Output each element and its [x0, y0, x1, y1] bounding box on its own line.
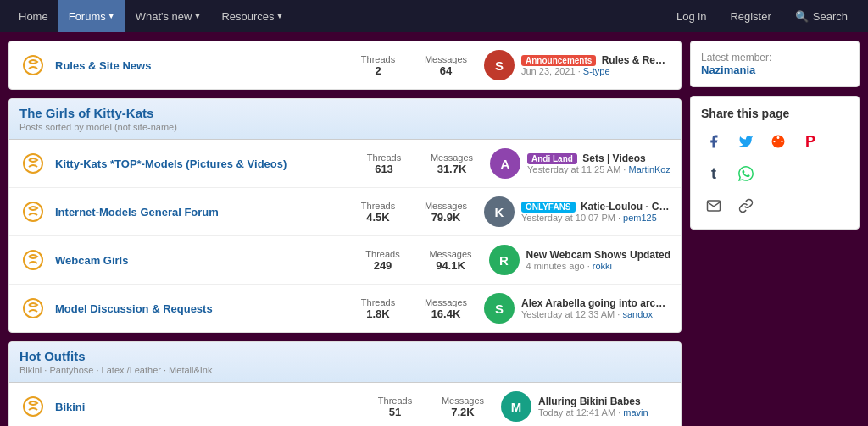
reddit-share-icon[interactable] — [765, 129, 791, 154]
tag-onlyfans: ONLYFANS — [521, 202, 576, 213]
hot-outfits-header: Hot Outfits Bikini · Pantyhose · Latex /… — [9, 342, 681, 383]
latest-info-bikini: Alluring Bikini Babes Today at 12:41 AM … — [538, 396, 670, 418]
hot-outfits-section: Hot Outfits Bikini · Pantyhose · Latex /… — [8, 341, 682, 426]
resources-dropdown-arrow: ▼ — [276, 12, 284, 20]
sidebar: Latest member: Nazimania Share this page… — [690, 41, 860, 426]
kitty-kats-section: The Girls of Kitty-Kats Posts sorted by … — [8, 98, 682, 333]
tag-announcements: Announcements — [521, 55, 596, 66]
latest-member-widget: Latest member: Nazimania — [690, 41, 860, 87]
pinterest-share-icon[interactable]: P — [798, 129, 823, 154]
avatar-kitty-top: A — [490, 148, 520, 179]
latest-info-kitty-top: Andi Land Sets | Videos Yesterday at 11:… — [527, 152, 670, 174]
avatar-rules: S — [484, 50, 515, 80]
forum-stats-kitty-top-threads: Threads 613 — [354, 152, 414, 175]
forum-stats-model-threads: Threads 1.8K — [348, 297, 408, 320]
svg-point-3 — [24, 251, 42, 269]
latest-info-webcam-girls: New Webcam Shows Updated 4 minutes ago ·… — [526, 249, 670, 271]
forum-row-bikini: Bikini Threads 51 Messages 7.2K M Alluri… — [9, 383, 681, 426]
forum-icon-internet-models — [19, 198, 47, 225]
forum-name-rules[interactable]: Rules & Site News — [55, 59, 340, 72]
latest-info-model-discussion: Alex Arabella going into archive ... Yes… — [521, 297, 670, 319]
share-icons-row2 — [701, 193, 849, 219]
forum-latest-model-discussion: S Alex Arabella going into archive ... Y… — [484, 293, 670, 324]
forum-name-kitty-top[interactable]: Kitty-Kats *TOP*-Models (Pictures & Vide… — [55, 158, 346, 170]
rules-section: Rules & Site News Threads 2 Messages 64 … — [8, 41, 682, 90]
share-title: Share this page — [701, 107, 849, 120]
forum-stats-kitty-top-messages: Messages 31.7K — [422, 152, 481, 175]
nav-forums[interactable]: Forums ▼ — [58, 0, 125, 32]
latest-info-rules: Announcements Rules & Recomme... Jun 23,… — [521, 54, 670, 76]
kitty-kats-subtitle: Posts sorted by model (not site-name) — [19, 122, 670, 132]
svg-point-1 — [24, 154, 42, 173]
svg-point-2 — [24, 202, 42, 221]
forum-icon-kitty-top — [19, 150, 47, 177]
forum-icon-webcam-girls — [19, 246, 47, 274]
forum-row-webcam-girls: Webcam Girls Threads 249 Messages 94.1K … — [9, 236, 681, 285]
forums-dropdown-arrow: ▼ — [108, 12, 115, 20]
forum-stats-webcam-messages: Messages 94.1K — [421, 249, 481, 272]
content-area: Rules & Site News Threads 2 Messages 64 … — [8, 41, 682, 426]
forum-stats-bikini-threads: Threads 51 — [365, 396, 425, 418]
svg-point-5 — [24, 397, 42, 416]
forum-stats-rules-messages: Messages 64 — [416, 54, 476, 77]
tag-andi-land: Andi Land — [527, 153, 577, 164]
email-share-icon[interactable] — [701, 193, 726, 219]
forum-latest-kitty-top: A Andi Land Sets | Videos Yesterday at 1… — [490, 148, 670, 179]
forum-stats-rules-threads: Threads 2 — [348, 54, 408, 77]
tumblr-share-icon[interactable]: t — [701, 161, 726, 186]
nav-whats-new[interactable]: What's new ▼ — [125, 0, 212, 32]
forum-latest-bikini: M Alluring Bikini Babes Today at 12:41 A… — [501, 391, 670, 422]
forum-row-rules: Rules & Site News Threads 2 Messages 64 … — [9, 41, 681, 89]
latest-info-internet-models: ONLYFANS Katie-Loulou - Comple... Yester… — [521, 201, 670, 223]
forum-name-model-discussion[interactable]: Model Discussion & Requests — [55, 302, 340, 315]
search-icon: 🔍 — [795, 10, 809, 23]
forum-name-webcam-girls[interactable]: Webcam Girls — [55, 254, 345, 267]
search-button[interactable]: 🔍 Search — [783, 0, 860, 32]
forum-latest-internet-models: K ONLYFANS Katie-Loulou - Comple... Yest… — [484, 196, 670, 227]
forum-stats-internet-threads: Threads 4.5K — [348, 201, 408, 224]
svg-point-4 — [24, 299, 42, 318]
twitter-share-icon[interactable] — [733, 129, 759, 154]
forum-stats-internet-messages: Messages 79.9K — [416, 201, 476, 224]
forum-icon-bikini — [19, 393, 47, 420]
avatar-model-discussion: S — [484, 293, 515, 324]
forum-latest-webcam-girls: R New Webcam Shows Updated 4 minutes ago… — [489, 245, 670, 275]
share-icons-row1: P t — [701, 129, 849, 186]
kitty-kats-header: The Girls of Kitty-Kats Posts sorted by … — [9, 99, 681, 140]
top-navigation: Home Forums ▼ What's new ▼ Resources ▼ L… — [0, 0, 868, 32]
whats-new-dropdown-arrow: ▼ — [193, 12, 201, 20]
share-widget: Share this page P t — [690, 96, 860, 230]
whatsapp-share-icon[interactable] — [733, 161, 759, 186]
kitty-kats-title: The Girls of Kitty-Kats — [19, 106, 670, 120]
forum-latest-rules: S Announcements Rules & Recomme... Jun 2… — [484, 50, 670, 80]
latest-member-name[interactable]: Nazimania — [701, 64, 849, 76]
hot-outfits-title: Hot Outfits — [19, 349, 670, 363]
forum-row-model-discussion: Model Discussion & Requests Threads 1.8K… — [9, 285, 681, 332]
avatar-internet-models: K — [484, 196, 515, 227]
forum-row-internet-models: Internet-Models General Forum Threads 4.… — [9, 188, 681, 236]
svg-point-0 — [24, 56, 42, 75]
login-button[interactable]: Log in — [665, 0, 718, 32]
forum-stats-webcam-threads: Threads 249 — [353, 249, 413, 272]
forum-name-bikini[interactable]: Bikini — [55, 401, 357, 413]
forum-icon-rules — [19, 52, 47, 79]
forum-name-internet-models[interactable]: Internet-Models General Forum — [55, 206, 340, 219]
link-share-icon[interactable] — [733, 193, 759, 219]
hot-outfits-subtitle: Bikini · Pantyhose · Latex /Leather · Me… — [19, 365, 670, 375]
forum-icon-model-discussion — [19, 295, 47, 322]
facebook-share-icon[interactable] — [701, 129, 726, 154]
nav-home[interactable]: Home — [8, 0, 58, 32]
forum-stats-bikini-messages: Messages 7.2K — [433, 396, 492, 418]
forum-row-kitty-top: Kitty-Kats *TOP*-Models (Pictures & Vide… — [9, 140, 681, 188]
avatar-webcam-girls: R — [489, 245, 520, 275]
avatar-bikini: M — [501, 391, 531, 422]
forum-stats-model-messages: Messages 16.4K — [416, 297, 476, 320]
nav-resources[interactable]: Resources ▼ — [211, 0, 293, 32]
register-button[interactable]: Register — [718, 0, 782, 32]
